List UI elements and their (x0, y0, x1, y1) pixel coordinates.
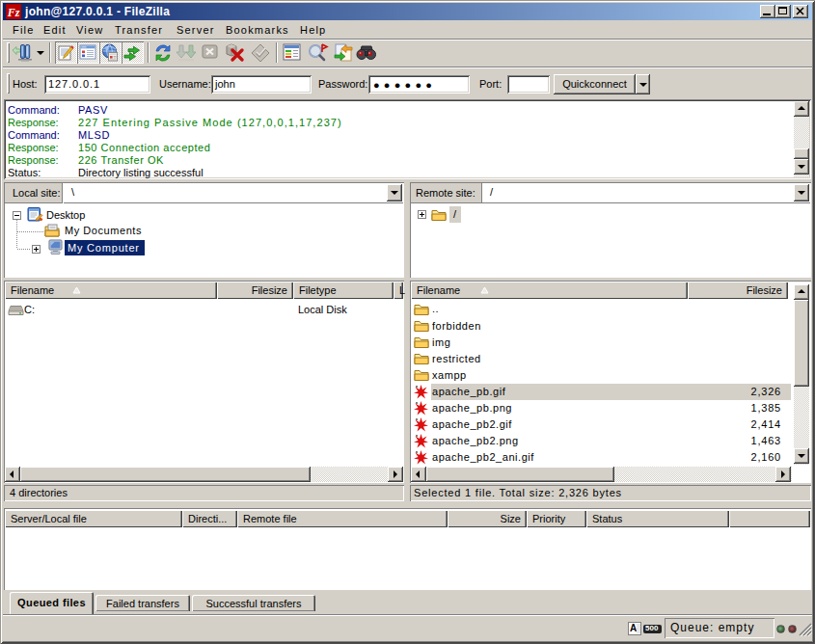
svg-text:Fz: Fz (7, 6, 20, 19)
